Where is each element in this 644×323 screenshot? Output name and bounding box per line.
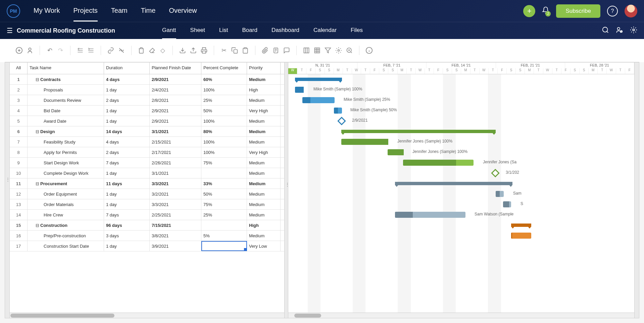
unlink-icon[interactable] — [117, 46, 126, 55]
task-row[interactable]: 5Award Date1 day2/9/2021100%Medium — [10, 116, 284, 126]
cut-icon[interactable]: ✂ — [219, 46, 228, 55]
redo-icon[interactable]: ↷ — [56, 46, 65, 55]
cell-percent[interactable]: 33% — [201, 178, 247, 189]
subscribe-button[interactable]: Subscribe — [556, 4, 600, 18]
cell-finish[interactable]: 3/8/2021 — [150, 231, 201, 241]
cell-finish[interactable]: 7/15/2021 — [150, 220, 201, 230]
task-row[interactable]: 17Construction Start Date1 day3/9/2021Ve… — [10, 241, 284, 251]
cell-finish[interactable]: 2/9/2021 — [150, 116, 201, 126]
task-row[interactable]: 12Order Equipment1 day3/2/202150%Medium — [10, 189, 284, 199]
cell-duration[interactable]: 1 day — [104, 199, 150, 209]
cell-task-name[interactable]: ⊟Contracts — [30, 74, 104, 84]
task-row[interactable]: 7Feasibility Study4 days2/15/2021100%Med… — [10, 137, 284, 147]
erase-icon[interactable] — [148, 46, 156, 55]
logo[interactable]: PM — [7, 4, 20, 18]
cell-percent[interactable]: 75% — [201, 199, 247, 209]
task-row[interactable]: 11⊟Procurement11 days3/3/202133%Medium — [10, 178, 284, 189]
cell-percent[interactable]: 100% — [201, 85, 247, 95]
row-number[interactable]: 4 — [10, 106, 28, 116]
task-row[interactable]: 16Prep/Pre-construction3 days3/8/20215%M… — [10, 231, 284, 241]
topnav-link-overview[interactable]: Overview — [169, 1, 197, 22]
row-number[interactable]: 14 — [10, 210, 28, 220]
col-header-percent[interactable]: Percent Complete — [201, 63, 247, 74]
attach-icon[interactable] — [261, 46, 269, 55]
cell-finish[interactable]: 3/9/2021 — [150, 241, 201, 251]
gantt-summary-bar[interactable] — [341, 130, 496, 133]
cell-priority[interactable]: Medium — [247, 126, 281, 136]
col-header-priority[interactable]: Priority — [247, 63, 281, 74]
cell-priority[interactable]: Medium — [247, 199, 281, 209]
cell-priority[interactable]: High — [247, 85, 281, 95]
task-row[interactable]: 8Apply for Permits2 days2/17/2021100%Ver… — [10, 147, 284, 158]
gantt-task-bar[interactable] — [341, 139, 388, 145]
cell-task-name[interactable]: Prep/Pre-construction — [30, 231, 104, 241]
cell-duration[interactable]: 11 days — [104, 178, 150, 189]
undo-icon[interactable]: ↶ — [45, 46, 54, 55]
row-number[interactable]: 7 — [10, 137, 28, 147]
comment-icon[interactable] — [282, 46, 291, 55]
row-number[interactable]: 3 — [10, 95, 28, 105]
cell-percent[interactable]: 60% — [201, 74, 247, 84]
gantt-task-bar[interactable] — [334, 108, 342, 114]
settings-icon[interactable] — [630, 26, 637, 35]
gantt-task-bar[interactable] — [395, 212, 465, 218]
cell-task-name[interactable]: Construction Start Date — [30, 241, 104, 251]
gantt-task-bar[interactable] — [302, 97, 335, 103]
task-row[interactable]: 4Bid Date1 day2/9/202150%Very High — [10, 106, 284, 116]
cell-priority[interactable]: Very Low — [247, 241, 281, 251]
avatar[interactable] — [625, 5, 637, 17]
cell-task-name[interactable]: Documents Review — [30, 95, 104, 105]
topnav-link-team[interactable]: Team — [111, 1, 128, 22]
cell-duration[interactable]: 1 day — [104, 168, 150, 178]
cell-finish[interactable]: 2/9/2021 — [150, 74, 201, 84]
cell-percent[interactable]: 80% — [201, 126, 247, 136]
gantt-task-bar[interactable] — [295, 87, 304, 93]
gantt-task-bar[interactable] — [511, 233, 531, 239]
cell-percent[interactable] — [201, 168, 247, 178]
cell-task-name[interactable]: Award Date — [30, 116, 104, 126]
assign-icon[interactable] — [26, 46, 34, 55]
view-tab-sheet[interactable]: Sheet — [190, 22, 205, 39]
row-number[interactable]: 6 — [10, 126, 28, 136]
row-number[interactable]: 10 — [10, 168, 28, 178]
row-number[interactable]: 13 — [10, 199, 28, 209]
topnav-link-time[interactable]: Time — [141, 1, 156, 22]
add-user-icon[interactable] — [616, 26, 623, 35]
cell-finish[interactable]: 3/3/2021 — [150, 178, 201, 189]
filter-icon[interactable] — [324, 46, 332, 55]
view-tab-gantt[interactable]: Gantt — [162, 22, 176, 39]
cell-duration[interactable]: 2 days — [104, 95, 150, 105]
cell-duration[interactable]: 4 days — [104, 74, 150, 84]
cell-finish[interactable]: 3/1/2021 — [150, 126, 201, 136]
cell-finish[interactable]: 2/26/2021 — [150, 158, 201, 168]
cell-finish[interactable]: 2/9/2021 — [150, 106, 201, 116]
cell-percent[interactable]: 50% — [201, 106, 247, 116]
delete-icon[interactable] — [137, 46, 146, 55]
gantt-milestone[interactable] — [491, 169, 499, 177]
indent-icon[interactable] — [87, 46, 95, 55]
splitter[interactable] — [285, 62, 288, 318]
cell-task-name[interactable]: Order Equipment — [30, 189, 104, 199]
row-number[interactable]: 12 — [10, 189, 28, 199]
row-number[interactable]: 11 — [10, 178, 28, 189]
link-icon[interactable] — [106, 46, 115, 55]
help-icon[interactable]: ? — [607, 6, 618, 16]
cell-duration[interactable]: 1 day — [104, 189, 150, 199]
export-icon[interactable] — [189, 46, 198, 55]
gantt-milestone[interactable] — [337, 117, 346, 125]
gantt-hscroll[interactable] — [288, 313, 634, 318]
cell-task-name[interactable]: ⊟Procurement — [30, 178, 104, 189]
cell-priority[interactable]: Medium — [247, 116, 281, 126]
col-header-duration[interactable]: Duration — [104, 63, 150, 74]
cell-percent[interactable]: 25% — [201, 95, 247, 105]
cell-finish[interactable]: 2/25/2021 — [150, 210, 201, 220]
clear-icon[interactable]: ◇ — [158, 46, 167, 55]
cell-priority[interactable]: High — [247, 220, 281, 230]
cell-duration[interactable]: 3 days — [104, 231, 150, 241]
cell-percent[interactable]: 5% — [201, 231, 247, 241]
cell-duration[interactable]: 1 day — [104, 106, 150, 116]
col-header-all[interactable]: All — [10, 63, 28, 74]
row-number[interactable]: 17 — [10, 241, 28, 251]
task-row[interactable]: 14Hire Crew7 days2/25/202125%Medium — [10, 210, 284, 220]
cell-priority[interactable]: Medium — [247, 168, 281, 178]
